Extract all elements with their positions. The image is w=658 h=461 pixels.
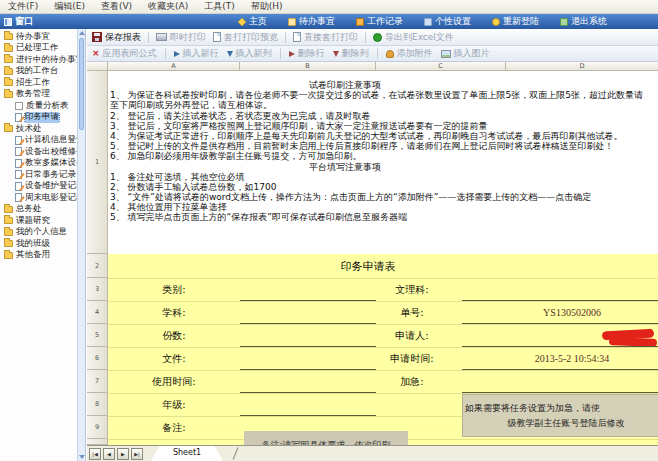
insert-row-button[interactable]: 插入新行 [174,47,219,60]
row-header-3[interactable]: 3 [87,278,108,301]
sidebar-item-inprogress[interactable]: 进行中的待办事宜 [0,54,78,66]
column-header-c[interactable]: C [376,62,506,71]
save-report-button[interactable]: 保存报表 [92,31,141,44]
print-icon [156,33,167,41]
folder-icon [4,206,13,213]
nav-logout-label: 退出系统 [571,15,607,28]
column-header-d[interactable]: D [506,62,658,71]
relogin-icon [492,18,500,26]
sidebar-item-print-request[interactable]: 印务申请 [0,112,78,124]
menu-file[interactable]: 文件(F) [0,0,46,13]
tab-sheet1[interactable]: Sheet1 [151,446,223,461]
sidebar-item-research[interactable]: 课题研究 [0,215,78,227]
row-header-9[interactable]: 9 [87,416,108,439]
nav-todo-button[interactable]: 待办事宜 [288,15,335,28]
sidebar-item-tech-dept[interactable]: 技术处 [0,123,78,135]
sidebar-item-equip-repair-out[interactable]: 设备出校维修登记表 [0,146,78,158]
scrollbar-thumb[interactable] [79,38,84,130]
delete-row-button[interactable]: 删除行 [289,47,325,60]
input-underline-apply-time [462,369,658,370]
input-underline-subject[interactable] [240,323,376,324]
main-toolbar: 保存报表 即时打印 套打打印预览 直接套打打印 导出到Excel文件 [87,29,658,46]
row-header-2[interactable]: 2 [87,254,108,278]
print-preview-button[interactable]: 套打打印预览 [213,31,278,44]
sidebar-item-todo[interactable]: 待办事宜 [0,31,78,43]
direct-print-button[interactable]: 直接套打打印 [293,31,358,44]
platform-notice-line: 5、 填写完毕点击页面上方的“保存报表”即可保存试卷印刷信息至服务器端 [110,212,658,222]
input-underline-use-time[interactable] [240,392,376,393]
nav-home-button[interactable]: 主页 [238,15,267,28]
sidebar-item-workbench[interactable]: 我的工作台 [0,66,78,78]
sidebar-item-computer-info[interactable]: 计算机信息登记表 [0,135,78,147]
input-underline-copies[interactable] [240,346,376,347]
menu-favorites[interactable]: 收藏夹(A) [140,0,196,13]
sidebar-item-daily-affairs[interactable]: 日常事务记录 [0,169,78,181]
insert-col-button[interactable]: 插入新列 [227,47,272,60]
sidebar-item-my-class[interactable]: 我的班级 [0,238,78,250]
sidebar-item-quality-analysis[interactable]: 质量分析表 [0,100,78,112]
todo-icon [288,18,296,26]
gridline [108,347,658,348]
input-underline-file[interactable] [240,369,376,370]
nav-worklog-button[interactable]: 工作记录 [356,15,403,28]
sidebar-item-other[interactable]: 其他备用 [0,250,78,262]
last-sheet-icon[interactable] [131,448,143,460]
row-header-7[interactable]: 7 [87,370,108,393]
form-icon [15,159,22,168]
row-header-8[interactable]: 8 [87,393,108,416]
next-sheet-icon[interactable] [117,448,129,460]
delete-col-button[interactable]: 删除列 [333,47,369,60]
sidebar-item-weekend-movie[interactable]: 周末电影登记表 [0,192,78,204]
row-header-1[interactable]: 1 [87,71,108,254]
instant-print-button[interactable]: 即时打印 [156,31,206,44]
nav-settings-button[interactable]: 个性设置 [424,15,471,28]
column-header-a[interactable]: A [108,62,240,71]
sheet-corner[interactable] [87,62,108,71]
menu-help[interactable]: 帮助(H) [243,0,291,13]
field-label-grade: 年级: [108,398,240,412]
sidebar-item-my-info[interactable]: 我的个人信息 [0,227,78,239]
nav-home-label: 主页 [249,15,267,28]
export-excel-button[interactable]: 导出到Excel文件 [373,31,454,44]
remark-hint-strip: 备注:请写明具体要求，依次印刷 [244,431,408,445]
nav-relogin-button[interactable]: 重新登陆 [492,15,539,28]
sidebar-item-done-work[interactable]: 已处理工作 [0,43,78,55]
column-header-b[interactable]: B [240,62,376,71]
input-underline-arts-science[interactable] [462,300,658,301]
sidebar-item-equip-maintain[interactable]: 设备维护登记表 [0,181,78,193]
nav-logout-button[interactable]: 退出系统 [560,15,607,28]
gridline [108,301,658,302]
attach-icon [386,50,394,58]
platform-notice-line: 1、 备注处可选填，其他空位必填 [110,172,658,182]
apply-formula-button[interactable]: 应用表间公式 [92,47,157,60]
field-label-apply-time: 申请时间: [352,352,472,366]
form-icon [15,147,22,156]
delete-row-icon [289,51,295,57]
sidebar-item-academic-mgmt[interactable]: 教务管理 [0,89,78,101]
insert-image-button[interactable]: 插入图片 [441,47,490,60]
sidebar-item-admission[interactable]: 招生工作 [0,77,78,89]
add-attachment-button[interactable]: 添加附件 [386,47,433,60]
form-title: 印务申请表 [108,259,628,274]
first-sheet-icon[interactable] [89,448,101,460]
row-header-5[interactable]: 5 [87,324,108,347]
sidebar-scrollbar[interactable] [77,29,85,461]
menu-view[interactable]: 查看(V) [93,0,140,13]
prev-sheet-icon[interactable] [103,448,115,460]
sidebar-item-media-repair[interactable]: 教室多媒体设备维修登 [0,158,78,170]
menu-edit[interactable]: 编辑(E) [46,0,93,13]
tab-divider [233,447,239,459]
menu-tools[interactable]: 工具(T) [196,0,243,13]
row-header-4[interactable]: 4 [87,301,108,324]
form-icon [15,136,22,145]
row-header-6[interactable]: 6 [87,347,108,370]
input-underline-category[interactable] [240,300,376,301]
scroll-down-icon[interactable] [79,455,85,459]
sidebar-item-general-affairs[interactable]: 总务处 [0,204,78,216]
scroll-up-icon[interactable] [79,31,85,35]
input-underline-urgent[interactable] [462,392,658,393]
spreadsheet: A B C D 1 2 3 4 5 6 7 8 9 试卷印刷注意事项 1、 为保… [87,62,658,445]
toolbar-separator [165,48,166,59]
input-underline-grade[interactable] [240,415,376,416]
logout-icon [560,18,568,26]
